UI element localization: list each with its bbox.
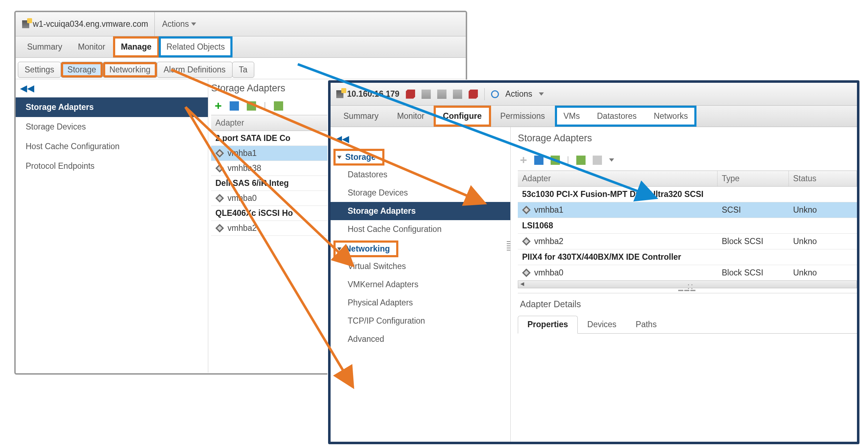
table-row[interactable]: vmhba0Block SCSIUnkno — [518, 265, 857, 281]
tab-related-objects[interactable]: Related Objects — [159, 36, 233, 57]
primary-tab-row: Summary Monitor Manage Related Objects — [16, 36, 466, 58]
mainB: Storage Adapters + | Adapter Type Status… — [511, 127, 857, 442]
sidebar-item[interactable]: Advanced — [331, 330, 510, 348]
tab-networks[interactable]: Networks — [645, 106, 696, 127]
table-row[interactable]: vmhba1SCSIUnkno — [518, 202, 857, 218]
table-header-row: Adapter Type Status — [518, 171, 857, 187]
section-networking[interactable]: Networking — [333, 240, 398, 257]
toolbar-icon-1[interactable] — [406, 90, 415, 99]
subtab-networking[interactable]: Networking — [103, 62, 157, 78]
cell-adapter: LSI1068 — [518, 218, 857, 233]
tab-manage[interactable]: Manage — [113, 36, 159, 57]
table-row[interactable]: LSI1068 — [518, 218, 857, 234]
section-networking-label: Networking — [345, 244, 390, 254]
subtab-properties[interactable]: Properties — [518, 316, 578, 334]
tab-monitor[interactable]: Monitor — [70, 36, 113, 57]
add-icon[interactable]: + — [215, 99, 222, 113]
toolbar: + | — [520, 153, 857, 167]
subtab-paths[interactable]: Paths — [626, 316, 667, 333]
cell-type: Block SCSI — [718, 265, 789, 280]
adapter-icon — [215, 194, 224, 203]
refresh-icon[interactable] — [230, 101, 239, 111]
sidebar-item[interactable]: VMKernel Adapters — [331, 275, 510, 294]
rescan-icon[interactable] — [247, 101, 256, 111]
section-storage-label: Storage — [345, 152, 376, 162]
rescan-icon[interactable] — [551, 156, 560, 165]
cell-type: SCSI — [718, 202, 789, 218]
sidebar-item-storage-adapters[interactable]: Storage Adapters — [16, 97, 208, 117]
toolbar-icon-3[interactable] — [437, 90, 446, 99]
heading-storage-adapters: Storage Adapters — [518, 133, 857, 144]
rescan-all-icon[interactable] — [576, 156, 586, 165]
host-icon — [22, 20, 29, 28]
cell-adapter: 53c1030 PCI-X Fusion-MPT Dual Ultra320 S… — [518, 187, 857, 202]
toolbar-icon-2[interactable] — [422, 90, 431, 99]
cell-adapter: vmhba2 — [518, 234, 718, 249]
host-ip: 10.160.16.179 — [347, 89, 399, 99]
table-row[interactable]: PIIX4 for 430TX/440BX/MX IDE Controller — [518, 249, 857, 265]
tab-vms[interactable]: VMs — [555, 106, 588, 127]
toolbar-icon-4[interactable] — [453, 90, 462, 99]
collapse-sidebar-icon[interactable]: ◀◀ — [331, 133, 510, 149]
subtab-devices[interactable]: Devices — [578, 316, 626, 333]
primary-tab-row: Summary Monitor Configure Permissions VM… — [331, 106, 857, 127]
cell-adapter: vmhba1 — [228, 148, 257, 158]
sidebar-item[interactable]: Physical Adapters — [331, 294, 510, 312]
subtab-tags[interactable]: Ta — [232, 62, 254, 78]
table-row[interactable]: vmhba2Block SCSIUnkno — [518, 234, 857, 249]
horizontal-scrollbar[interactable] — [518, 280, 857, 288]
section-storage[interactable]: Storage — [333, 149, 384, 166]
body: ◀◀ Storage DatastoresStorage DevicesStor… — [331, 127, 857, 442]
tab-summary[interactable]: Summary — [334, 106, 388, 127]
tab-datastores[interactable]: Datastores — [588, 106, 645, 127]
subtab-settings[interactable]: Settings — [18, 62, 61, 78]
subtab-storage[interactable]: Storage — [61, 62, 103, 78]
col-type[interactable]: Type — [718, 171, 789, 186]
sidebar-item[interactable]: Host Cache Configuration — [331, 220, 510, 238]
chevron-down-icon — [539, 92, 544, 96]
actions-menu[interactable]: Actions — [155, 19, 203, 29]
adapter-icon — [522, 269, 531, 277]
sidebar-item[interactable]: Virtual Switches — [331, 257, 510, 275]
tab-monitor[interactable]: Monitor — [388, 106, 434, 127]
sidebar-item[interactable]: TCP/IP Configuration — [331, 312, 510, 330]
gear-icon[interactable] — [491, 90, 499, 98]
collapse-sidebar-icon[interactable]: ◀◀ — [16, 79, 208, 97]
title-bar: w1-vcuiqa034.eng.vmware.com Actions — [16, 12, 466, 36]
cell-type: Block SCSI — [718, 234, 789, 249]
resize-handle[interactable] — [507, 241, 510, 252]
tab-permissions[interactable]: Permissions — [491, 106, 554, 127]
sidebar-item[interactable]: Storage Devices — [331, 184, 510, 202]
details-subtabs: Properties Devices Paths — [518, 316, 857, 334]
col-status[interactable]: Status — [789, 171, 857, 186]
cell-status: Unkno — [789, 234, 857, 249]
separator: | — [567, 155, 569, 165]
toolbar-icon-5[interactable] — [469, 90, 478, 99]
refresh-icon[interactable] — [534, 156, 543, 165]
sidebar-item[interactable]: Storage Adapters — [331, 202, 510, 220]
actions-label[interactable]: Actions — [505, 89, 532, 99]
sidebar-item-protocol-endpoints[interactable]: Protocol Endpoints — [16, 156, 208, 176]
subtab-alarm-defs[interactable]: Alarm Definitions — [157, 62, 233, 78]
cell-adapter: vmhba2 — [228, 223, 257, 233]
sidebarA: ◀◀ Storage Adapters Storage Devices Host… — [16, 79, 208, 372]
sidebar-item-storage-devices[interactable]: Storage Devices — [16, 117, 208, 137]
table-row[interactable]: 53c1030 PCI-X Fusion-MPT Dual Ultra320 S… — [518, 187, 857, 202]
copy-icon[interactable] — [593, 156, 602, 165]
tab-configure[interactable]: Configure — [434, 106, 491, 127]
adapter-icon — [522, 237, 531, 246]
adapter-icon — [215, 149, 224, 158]
sidebar-item-host-cache[interactable]: Host Cache Configuration — [16, 137, 208, 156]
cell-adapter: PIIX4 for 430TX/440BX/MX IDE Controller — [518, 249, 857, 265]
sidebarB: ◀◀ Storage DatastoresStorage DevicesStor… — [331, 127, 511, 442]
rescan-all-icon[interactable] — [274, 101, 283, 111]
cell-adapter: vmhba0 — [518, 265, 718, 280]
cell-adapter: vmhba0 — [228, 193, 257, 203]
tab-summary[interactable]: Summary — [19, 36, 70, 57]
sidebar-item[interactable]: Datastores — [331, 166, 510, 184]
host-label: 10.160.16.179 — [336, 89, 399, 99]
col-adapter[interactable]: Adapter — [518, 171, 718, 186]
adapter-icon — [215, 224, 224, 233]
host-name: w1-vcuiqa034.eng.vmware.com — [33, 19, 148, 29]
add-icon[interactable]: + — [520, 153, 527, 167]
